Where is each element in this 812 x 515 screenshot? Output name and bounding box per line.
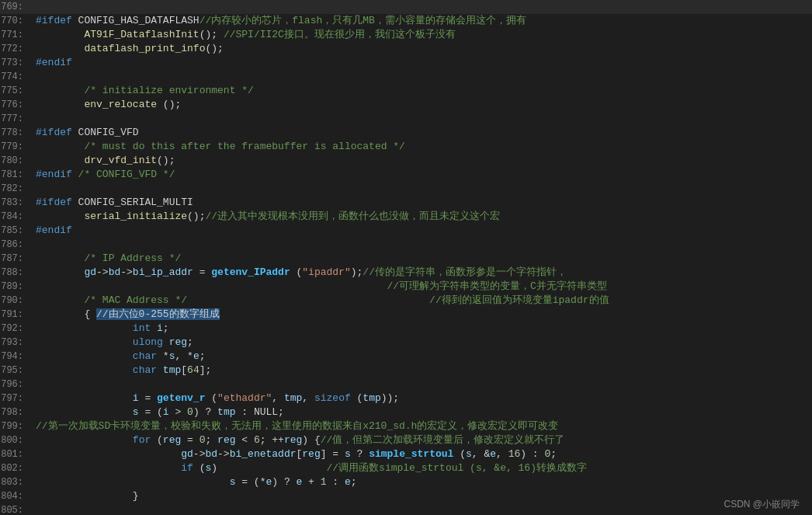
table-row: 793: ulong reg; [0,336,812,350]
code-token: ) : [520,448,544,460]
table-row: 775: /* initialize environment */ [0,84,812,98]
code-token: -> [217,448,230,460]
code-token: = [139,392,157,404]
line-number: 790: [0,294,33,308]
table-row: 802: if (s) //调用函数simple_strtoul (s, &e,… [0,461,812,475]
code-token: = [181,434,199,446]
line-number: 789: [0,280,33,294]
line-number: 777: [0,112,33,126]
code-token: /* CONFIG_VFD */ [72,169,175,180]
code-token: //内存较小的芯片，flash，只有几MB，需小容量的存储会用这个，拥有 [200,15,526,26]
line-content: AT91F_DataflashInit(); //SPI/II2C接口。现在很少… [33,28,812,42]
code-token: drv_vfd_init [84,155,157,166]
table-row: 803: s = (*e) ? e + 1 : e; [0,475,812,489]
table-row: 788: gd->bd->bi_ip_addr = getenv_IPaddr … [0,266,812,280]
code-token: /* MAC Address */ [84,294,187,306]
code-token [36,43,84,54]
code-token: ( [193,462,206,474]
highlighted-text: //由六位0-255的数字组成 [96,308,220,320]
code-token [36,434,133,446]
code-token: s [133,406,139,418]
line-number: 802: [0,461,33,475]
code-token: /* IP Address */ [84,252,181,264]
code-token [36,211,84,222]
code-token: ; [550,448,557,460]
code-token: ( [453,448,466,460]
code-lines-container: 769:770:#ifdef CONFIG_HAS_DATAFLASH//内存较… [0,0,812,515]
code-token: -> [193,448,206,460]
code-token: gd [84,266,96,278]
code-token: ; [200,350,206,362]
line-content: #endif /* CONFIG_VFD */ [33,168,812,182]
table-row: 772: dataflash_print_info(); [0,42,812,56]
line-number: 783: [0,196,33,210]
table-row: 771: AT91F_DataflashInit(); //SPI/II2C接口… [0,28,812,42]
table-row: 782: [0,182,812,196]
line-number: 805: [0,503,33,515]
code-token: ) [211,462,326,474]
code-token: tmp [163,364,181,376]
code-token [36,476,230,488]
code-editor: 769:770:#ifdef CONFIG_HAS_DATAFLASH//内存较… [0,0,812,515]
code-token: #endif [36,57,72,68]
line-number: 801: [0,447,33,461]
code-token [36,141,84,152]
line-content: serial_initialize();//进入其中发现根本没用到，函数什么也没… [33,210,812,224]
line-content: /* must do this after the framebuffer is… [33,140,812,154]
code-token: CONFIG_VFD [72,127,139,138]
code-token: ; ++ [260,434,284,446]
line-content: i = getenv_r ("ethaddr", tmp, sizeof (tm… [33,391,812,405]
code-token: /* must do this after the framebuffer is… [84,141,404,152]
code-token: reg [302,448,320,460]
table-row: 795: char tmp[64]; [0,364,812,378]
line-number: 774: [0,70,33,84]
code-token: : [327,476,345,488]
code-token: (); [187,211,205,222]
table-row: 774: [0,70,812,84]
code-token: sizeof [314,392,351,404]
code-token [36,392,133,404]
code-token: (); [157,155,175,166]
code-token: (); [205,43,223,54]
code-token: ? [351,448,369,460]
line-content: //第一次加载SD卡环境变量，校验和失败，无法用，这里使用的数据来自x210_s… [33,419,812,433]
table-row: 778:#ifdef CONFIG_VFD [0,126,812,140]
line-number: 773: [0,56,33,70]
code-token: + [302,476,320,488]
code-token: , [302,392,314,404]
line-number: 788: [0,266,33,280]
code-token [36,155,84,166]
line-content: #endif [33,56,812,70]
table-row: 799://第一次加载SD卡环境变量，校验和失败，无法用，这里使用的数据来自x2… [0,419,812,433]
table-row: 801: gd->bd->bi_enetaddr[reg] = s ? simp… [0,447,812,461]
line-number: 796: [0,378,33,391]
line-content: char tmp[64]; [33,364,812,378]
code-token [36,252,84,264]
code-token: dataflash_print_info [84,43,205,54]
line-number: 780: [0,154,33,168]
table-row: 785:#endif [0,224,812,238]
code-token: //调用函数simple_strtoul (s, &e, 16)转换成数字 [327,462,587,474]
table-row: 780: drv_vfd_init(); [0,154,812,168]
code-token: reg [163,434,181,446]
table-row: 784: serial_initialize();//进入其中发现根本没用到，函… [0,210,812,224]
line-content: env_relocate (); [33,98,812,112]
code-token: i [157,322,163,334]
line-number: 799: [0,419,33,433]
code-token: ; [187,336,193,348]
line-content: drv_vfd_init(); [33,154,812,168]
code-token [36,99,84,110]
line-content: #endif [33,224,812,238]
code-token [36,294,84,306]
code-token: i [163,406,169,418]
code-token [157,364,163,376]
watermark: CSDN @小嵌同学 [724,498,800,511]
code-token: for [133,434,151,446]
table-row: 794: char *s, *e; [0,350,812,364]
code-token: ] = [321,448,345,460]
code-token: ( [151,434,163,446]
code-token: #ifdef [36,127,72,138]
code-token: e [345,476,351,488]
code-token: AT91F_DataflashInit [84,29,199,40]
code-token [36,364,133,376]
